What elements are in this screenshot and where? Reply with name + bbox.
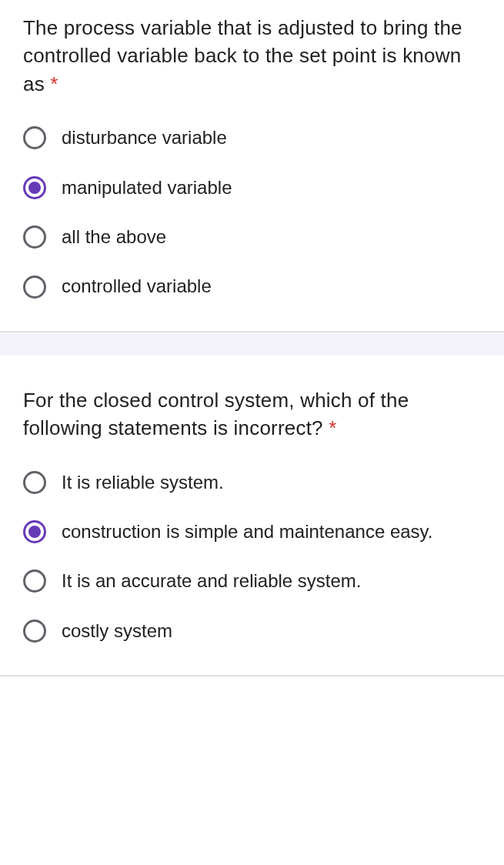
radio-option[interactable]: construction is simple and maintenance e…	[23, 515, 481, 549]
option-label: all the above	[62, 225, 166, 249]
radio-option[interactable]: manipulated variable	[23, 171, 481, 205]
section-divider	[0, 332, 504, 356]
question-block-1: The process variable that is adjusted to…	[0, 0, 504, 332]
radio-icon-selected	[23, 520, 46, 543]
radio-option[interactable]: It is reliable system.	[23, 466, 481, 499]
question-text: The process variable that is adjusted to…	[23, 14, 481, 98]
radio-option[interactable]: It is an accurate and reliable system.	[23, 564, 481, 598]
radio-option[interactable]: all the above	[23, 220, 481, 254]
question-text: For the closed control system, which of …	[23, 386, 481, 443]
radio-icon	[23, 569, 46, 593]
radio-icon	[23, 126, 46, 149]
option-label: manipulated variable	[62, 175, 232, 200]
option-label: costly system	[62, 619, 172, 643]
radio-option[interactable]: controlled variable	[23, 269, 481, 303]
radio-icon	[23, 276, 46, 299]
radio-icon-selected	[23, 176, 46, 199]
radio-option[interactable]: costly system	[23, 614, 481, 648]
required-asterisk: *	[50, 72, 58, 95]
radio-icon	[23, 471, 46, 494]
radio-option[interactable]: disturbance variable	[23, 121, 481, 155]
radio-icon	[23, 620, 46, 643]
options-group: disturbance variable manipulated variabl…	[23, 121, 481, 304]
question-prompt: The process variable that is adjusted to…	[23, 16, 462, 95]
option-label: It is reliable system.	[62, 470, 224, 495]
option-label: controlled variable	[62, 274, 212, 299]
question-block-2: For the closed control system, which of …	[0, 356, 504, 676]
options-group: It is reliable system. construction is s…	[23, 466, 481, 649]
option-label: disturbance variable	[62, 125, 227, 150]
question-prompt: For the closed control system, which of …	[23, 389, 409, 439]
option-label: It is an accurate and reliable system.	[62, 569, 362, 593]
option-label: construction is simple and maintenance e…	[62, 519, 432, 544]
required-asterisk: *	[329, 416, 336, 439]
radio-icon	[23, 225, 46, 249]
